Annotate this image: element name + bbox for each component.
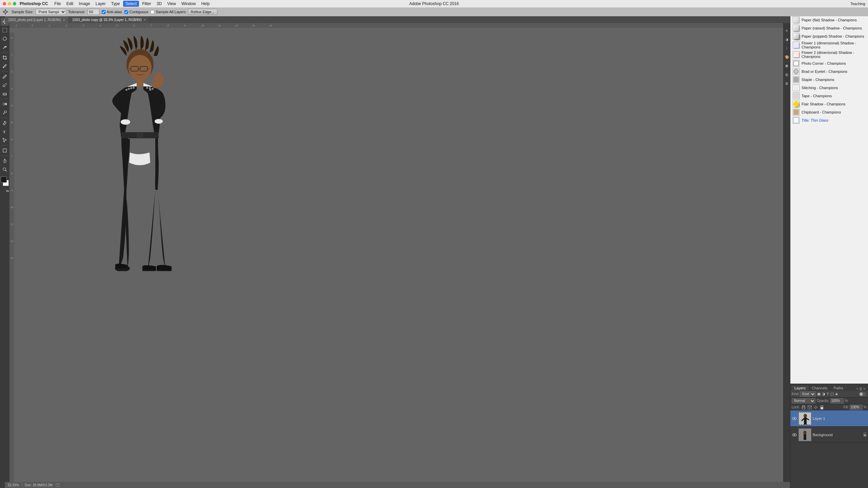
svg-text:8: 8 [167,24,169,27]
svg-text:11: 11 [218,24,221,27]
svg-point-70 [133,87,135,89]
svg-text:5: 5 [117,24,118,27]
tool-separator-1 [1,52,8,53]
svg-point-71 [149,89,151,91]
svg-text:1: 1 [49,24,50,27]
svg-text:13: 13 [11,257,13,259]
menu-window[interactable]: Window [179,1,198,7]
svg-text:10: 10 [201,24,204,27]
refine-edge-button[interactable]: Refine Edge... [188,9,218,15]
menu-layer[interactable]: Layer [93,1,108,7]
maximize-button[interactable] [13,2,16,5]
tool-separator-3 [1,99,8,99]
svg-text:3: 3 [83,24,84,27]
tab-1[interactable]: 1503_photo.psd (Layer 1, RGB/8#) × [5,16,69,23]
sample-size-label: Sample Size: [12,10,34,14]
svg-point-75 [121,119,130,125]
pen-tool[interactable] [1,119,9,127]
tool-separator-2 [1,71,8,72]
svg-text:1: 1 [11,54,13,56]
svg-rect-66 [137,79,143,87]
menu-image[interactable]: Image [76,1,92,7]
sample-size-select[interactable]: Point Sample [36,9,66,15]
tab-2[interactable]: 1503_photo copy @ 33.3% (Layer 1, RGB/8#… [69,16,150,23]
svg-text:9: 9 [11,189,13,191]
clone-tool[interactable] [1,81,9,89]
svg-text:14: 14 [269,24,272,27]
svg-text:10: 10 [11,206,13,208]
menu-select[interactable]: Select [123,1,139,7]
svg-text:3: 3 [11,87,13,90]
menu-file[interactable]: File [52,1,63,7]
svg-marker-0 [3,9,8,14]
person-svg [87,34,193,271]
svg-text:4: 4 [100,24,101,27]
vertical-ruler-svg: 0 1 2 3 4 5 6 7 8 9 10 11 12 13 [9,33,14,277]
svg-text:0: 0 [32,24,33,27]
path-selection-tool[interactable] [1,136,9,144]
tab-2-close[interactable]: × [144,18,146,22]
tool-separator-5 [1,145,8,145]
dodge-tool[interactable] [1,108,9,117]
svg-rect-1 [3,28,7,32]
color-swatch-area[interactable] [0,177,9,189]
canvas-right-grey [193,28,494,277]
svg-text:2: 2 [11,70,13,73]
anti-alias-check[interactable]: Anti-alias [101,10,122,14]
ruler-top: -1 0 1 2 3 4 5 6 7 8 9 10 11 12 [9,23,494,28]
svg-text:0: 0 [11,37,13,39]
svg-point-11 [3,168,6,170]
menu-filter[interactable]: Filter [140,1,154,7]
menu-help[interactable]: Help [199,1,212,7]
hand-tool[interactable] [1,157,9,165]
text-tool[interactable]: T [1,127,9,136]
tolerance-label: Tolerance: [68,10,85,14]
eyedropper-tool[interactable] [1,62,9,70]
swap-colors-icon[interactable]: ⇆ [6,189,9,193]
tolerance-input[interactable] [87,9,99,15]
minimize-button[interactable] [8,2,11,5]
canvas-area: -1 0 1 2 3 4 5 6 7 8 9 10 11 12 [5,23,494,277]
contiguous-check[interactable]: Contiguous [124,10,149,14]
tab-1-close[interactable]: × [63,18,65,22]
svg-point-4 [3,85,5,87]
menu-type[interactable]: Type [109,1,122,7]
svg-point-76 [155,119,163,124]
svg-point-72 [152,88,154,90]
close-button[interactable] [3,2,6,5]
window-title: Adobe Photoshop CC 2016 [409,1,459,6]
sample-all-layers-check[interactable]: Sample All Layers [150,10,185,14]
window-controls[interactable] [3,2,16,5]
svg-text:7: 7 [11,155,13,158]
options-bar: Sample Size: Point Sample Tolerance: Ant… [0,7,494,16]
menu-edit[interactable]: Edit [64,1,76,7]
eraser-tool[interactable] [1,89,9,98]
menu-3d[interactable]: 3D [154,1,164,7]
svg-text:9: 9 [184,24,186,27]
svg-text:7: 7 [151,24,152,27]
app-name: Photoshop CC [20,1,48,6]
selection-tool[interactable] [1,26,9,34]
svg-rect-78 [137,133,143,138]
gradient-tool[interactable] [1,100,9,108]
svg-line-12 [5,170,7,171]
canvas-content: 0 1 2 3 4 5 6 7 8 9 10 11 12 13 [9,28,494,277]
svg-text:8: 8 [11,172,13,175]
color-reset-area[interactable]: ⇆ [0,189,9,196]
lasso-tool[interactable] [1,35,9,43]
tool-separator-6 [1,156,8,156]
svg-point-74 [146,87,148,89]
svg-rect-10 [3,149,6,152]
shape-tool[interactable] [1,146,9,155]
svg-point-3 [3,67,4,68]
tools-bar: T ⇆ [0,16,9,277]
svg-point-73 [149,87,151,89]
menu-view[interactable]: View [165,1,178,7]
svg-point-7 [4,111,6,113]
svg-text:13: 13 [252,24,255,27]
brush-tool[interactable] [1,73,9,81]
foreground-color-swatch[interactable] [1,177,7,183]
magic-wand-tool[interactable] [1,43,9,51]
crop-tool[interactable] [1,54,9,62]
zoom-tool[interactable] [1,165,9,174]
